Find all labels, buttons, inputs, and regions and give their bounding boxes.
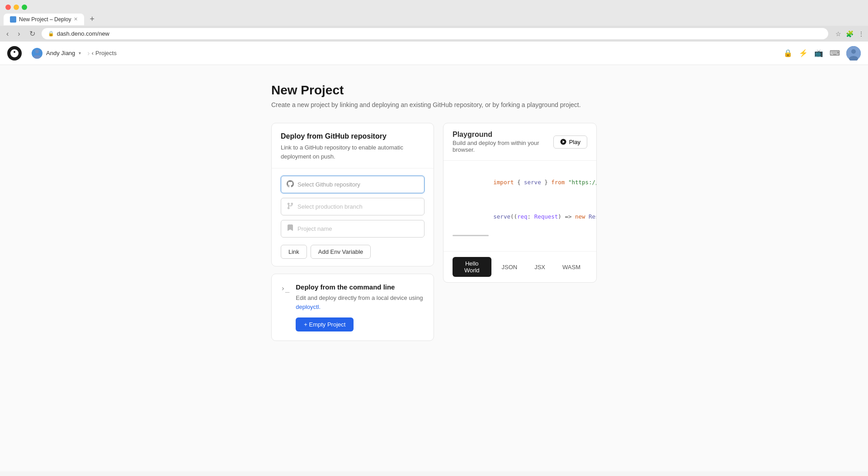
page-subtitle: Create a new project by linking and depl… [271, 101, 597, 108]
playground-tabs: Hello World JSON JSX WASM [443, 251, 596, 282]
project-name-field[interactable]: Project name [281, 220, 425, 238]
deno-logo [7, 46, 22, 61]
deployctl-link[interactable]: deployctl. [296, 303, 321, 310]
tab-jsx[interactable]: JSX [528, 257, 552, 277]
repo-selector[interactable]: Select Github repository [281, 176, 425, 193]
code-preview: import { serve } from "https://deno.land… [443, 161, 596, 251]
github-card-buttons: Link Add Env Variable [281, 245, 425, 259]
breadcrumb-back-icon: ‹ [92, 50, 94, 56]
address-bar-row: ‹ › ↻ 🔒 dash.deno.com/new ☆ 🧩 ⋮ [0, 26, 868, 42]
left-column: Deploy from GitHub repository Link to a … [271, 123, 434, 341]
url-text: dash.deno.com/new [57, 30, 109, 37]
playground-header: Playground Build and deploy from within … [443, 123, 596, 161]
header-right: 🔒 ⚡ 📺 ⌨ [783, 46, 861, 61]
lock-icon: 🔒 [48, 31, 54, 37]
import-keyword: import [493, 179, 514, 186]
serve-fn: serve [524, 179, 541, 186]
close-traffic-light[interactable] [5, 5, 11, 10]
svg-point-0 [10, 49, 19, 57]
playground-header-text: Playground Build and deploy from within … [453, 131, 553, 153]
terminal-icon: ›_ [281, 284, 289, 293]
play-btn-label: Play [569, 139, 580, 145]
playground-title: Playground [453, 131, 553, 139]
github-deploy-card: Deploy from GitHub repository Link to a … [271, 123, 434, 266]
account-switcher[interactable]: Andy Jiang ▾ [27, 45, 85, 61]
svg-point-2 [35, 50, 39, 53]
active-tab[interactable]: New Project – Deploy ✕ [4, 14, 84, 25]
chevron-down-icon: ▾ [79, 51, 81, 56]
reload-button[interactable]: ↻ [27, 28, 38, 40]
bolt-icon[interactable]: ⚡ [799, 49, 808, 57]
code-line-1: import { serve } from "https://deno.land… [453, 168, 587, 197]
cmd-desc-text: Edit and deploy directly from a local de… [296, 294, 423, 301]
project-name-placeholder: Project name [297, 225, 332, 232]
empty-project-label: + Empty Project [304, 321, 345, 328]
main-content: New Project Create a new project by link… [0, 65, 868, 471]
account-avatar [32, 48, 42, 59]
tab-favicon [10, 16, 16, 23]
fullscreen-traffic-light[interactable] [22, 5, 27, 10]
playground-desc: Build and deploy from within your browse… [453, 140, 553, 153]
tab-bar: New Project – Deploy ✕ + [0, 13, 868, 26]
extensions-icon[interactable]: 🧩 [846, 30, 854, 37]
browser-chrome: New Project – Deploy ✕ + ‹ › ↻ 🔒 dash.de… [0, 0, 868, 42]
branch-placeholder: Select production branch [297, 203, 363, 210]
page-title: New Project [271, 83, 597, 98]
menu-icon[interactable]: ⋮ [858, 30, 864, 37]
new-tab-button[interactable]: + [86, 13, 98, 26]
command-line-card: ›_ Deploy from the command line Edit and… [271, 274, 434, 341]
minimize-traffic-light[interactable] [14, 5, 19, 10]
play-button[interactable]: Play [553, 135, 587, 149]
branch-icon [287, 202, 294, 211]
app-header: Andy Jiang ▾ › ‹ Projects 🔒 ⚡ 📺 ⌨ [0, 42, 868, 65]
browser-toolbar-icons: ☆ 🧩 ⋮ [835, 30, 864, 37]
github-icon [287, 180, 294, 189]
tv-icon[interactable]: 📺 [814, 49, 823, 57]
address-bar[interactable]: 🔒 dash.deno.com/new [42, 28, 828, 39]
svg-point-1 [14, 51, 15, 53]
svg-point-3 [33, 55, 41, 59]
tab-json[interactable]: JSON [495, 257, 524, 277]
code-line-2: serve((req: Request) => new Response("He… [453, 202, 587, 231]
cursor-icon[interactable]: ⌨ [830, 49, 840, 57]
github-card-desc: Link to a GitHub repository to enable au… [281, 143, 425, 161]
lock-header-icon[interactable]: 🔒 [783, 49, 793, 57]
breadcrumb-separator: › [87, 49, 90, 57]
projects-label: Projects [95, 50, 117, 56]
serve-call: serve [493, 213, 510, 220]
back-button[interactable]: ‹ [4, 28, 11, 40]
svg-point-5 [851, 49, 856, 54]
github-card-header: Deploy from GitHub repository Link to a … [272, 123, 434, 168]
repo-placeholder: Select Github repository [297, 181, 360, 188]
content-wrapper: New Project Create a new project by link… [262, 83, 606, 341]
bookmark-icon[interactable]: ☆ [835, 30, 841, 37]
traffic-lights [0, 0, 868, 13]
account-name: Andy Jiang [46, 50, 75, 56]
add-env-button[interactable]: Add Env Variable [311, 245, 371, 259]
cards-row: Deploy from GitHub repository Link to a … [271, 123, 597, 341]
user-avatar[interactable] [846, 46, 861, 61]
github-card-title: Deploy from GitHub repository [281, 132, 425, 140]
project-icon [287, 224, 294, 233]
code-scrollbar [453, 235, 489, 236]
empty-project-button[interactable]: + Empty Project [296, 317, 354, 331]
projects-breadcrumb[interactable]: ‹ Projects [92, 50, 117, 56]
cmd-card-content: Deploy from the command line Edit and de… [296, 283, 425, 331]
github-card-body: Select Github repository Select producti… [272, 168, 434, 266]
forward-button[interactable]: › [15, 28, 23, 40]
branch-selector[interactable]: Select production branch [281, 198, 425, 215]
cmd-card-desc: Edit and deploy directly from a local de… [296, 294, 425, 311]
playground-card: Playground Build and deploy from within … [443, 123, 597, 283]
tab-title: New Project – Deploy [19, 16, 71, 23]
tab-close-btn[interactable]: ✕ [74, 16, 78, 22]
tab-hello-world[interactable]: Hello World [453, 257, 491, 277]
cmd-card-title: Deploy from the command line [296, 283, 425, 291]
play-icon [560, 139, 566, 145]
link-button[interactable]: Link [281, 245, 307, 259]
tab-wasm[interactable]: WASM [556, 257, 587, 277]
